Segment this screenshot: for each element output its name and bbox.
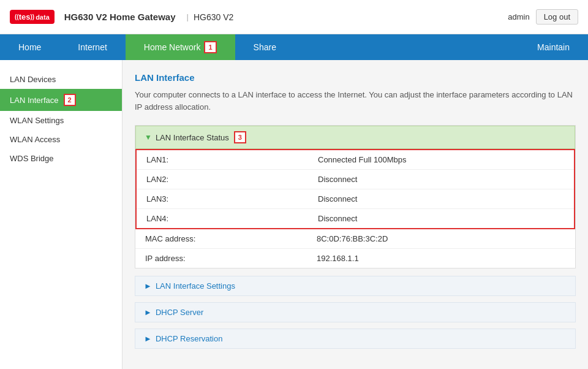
nav-item-maintain[interactable]: Maintain [519, 34, 588, 60]
table-row: LAN3: Disconnect [137, 189, 574, 209]
mac-address-row: MAC address: 8C:0D:76:BB:3C:2D [135, 229, 575, 249]
logo-box: (( tes )) data [10, 10, 55, 24]
lan4-label: LAN4: [146, 214, 318, 223]
header-right: admin Log out [508, 9, 578, 25]
nav-annotation-1: 1 [204, 41, 216, 53]
sidebar-item-lan-interface[interactable]: LAN Interface 2 [0, 89, 122, 111]
header-model: HG630 V2 [194, 12, 233, 22]
nav-item-home-network[interactable]: Home Network 1 [126, 34, 235, 60]
lan-interface-status-label: LAN Interface Status [156, 133, 229, 142]
dhcp-reservation-arrow-icon: ► [144, 334, 152, 343]
dhcp-reservation-section[interactable]: ► DHCP Reservation [135, 329, 576, 349]
lan3-label: LAN3: [146, 194, 318, 204]
logo-ears: (( [15, 13, 19, 20]
sidebar: LAN Devices LAN Interface 2 WLAN Setting… [0, 60, 123, 369]
nav-item-internet[interactable]: Internet [59, 34, 125, 60]
sidebar-item-wlan-settings[interactable]: WLAN Settings [0, 111, 122, 130]
lan1-label: LAN1: [146, 155, 318, 164]
header-divider: | [187, 12, 189, 21]
ip-label: IP address: [145, 254, 317, 263]
dhcp-server-section[interactable]: ► DHCP Server [135, 302, 576, 322]
logo-ears-right: )) [30, 13, 34, 20]
logo: (( tes )) data [10, 10, 55, 24]
page-desc: Your computer connects to a LAN interfac… [135, 89, 576, 113]
lan-interface-status-header[interactable]: ▼ LAN Interface Status 3 [135, 126, 575, 149]
lan-interface-status-section: ▼ LAN Interface Status 3 LAN1: Connected… [135, 125, 576, 268]
table-row: LAN4: Disconnect [137, 209, 574, 228]
dhcp-server-arrow-icon: ► [144, 308, 152, 317]
layout: LAN Devices LAN Interface 2 WLAN Setting… [0, 60, 588, 369]
mac-value: 8C:0D:76:BB:3C:2D [317, 234, 388, 243]
mac-label: MAC address: [145, 234, 317, 243]
lan4-value: Disconnect [318, 214, 357, 223]
dhcp-server-label: DHCP Server [156, 308, 204, 317]
ip-value: 192.168.1.1 [317, 254, 359, 263]
logo-data: tes [19, 12, 31, 21]
lan1-value: Connected Full 100Mbps [318, 155, 407, 164]
sidebar-item-wlan-access[interactable]: WLAN Access [0, 130, 122, 149]
header: (( tes )) data HG630 V2 Home Gateway | H… [0, 0, 588, 34]
nav-item-home[interactable]: Home [0, 34, 59, 60]
settings-arrow-icon: ► [144, 281, 152, 291]
header-admin: admin [508, 12, 529, 21]
nav-item-share[interactable]: Share [235, 34, 295, 60]
lan3-value: Disconnect [318, 194, 357, 204]
status-arrow-icon: ▼ [145, 133, 152, 142]
nav-spacer [295, 34, 519, 60]
header-title: HG630 V2 Home Gateway [64, 12, 176, 22]
sidebar-item-wds-bridge[interactable]: WDS Bridge [0, 149, 122, 168]
lan2-label: LAN2: [146, 175, 318, 184]
page-title: LAN Interface [135, 72, 576, 83]
logout-button[interactable]: Log out [536, 9, 578, 25]
dhcp-reservation-label: DHCP Reservation [156, 334, 223, 343]
lan-interface-settings-label: LAN Interface Settings [156, 281, 235, 291]
table-row: LAN1: Connected Full 100Mbps [137, 150, 574, 170]
logo-sub: data [36, 13, 50, 21]
lan-port-status-table: LAN1: Connected Full 100Mbps LAN2: Disco… [135, 149, 575, 229]
nav-home-network-label: Home Network [144, 42, 201, 52]
table-row: LAN2: Disconnect [137, 170, 574, 189]
main-content: LAN Interface Your computer connects to … [123, 60, 588, 369]
ip-address-row: IP address: 192.168.1.1 [135, 249, 575, 268]
main-nav: Home Internet Home Network 1 Share Maint… [0, 34, 588, 60]
sidebar-item-lan-devices[interactable]: LAN Devices [0, 70, 122, 89]
lan-interface-settings-section[interactable]: ► LAN Interface Settings [135, 276, 576, 296]
section-annotation-3: 3 [234, 131, 246, 143]
lan2-value: Disconnect [318, 175, 357, 184]
sidebar-annotation-2: 2 [64, 94, 76, 106]
